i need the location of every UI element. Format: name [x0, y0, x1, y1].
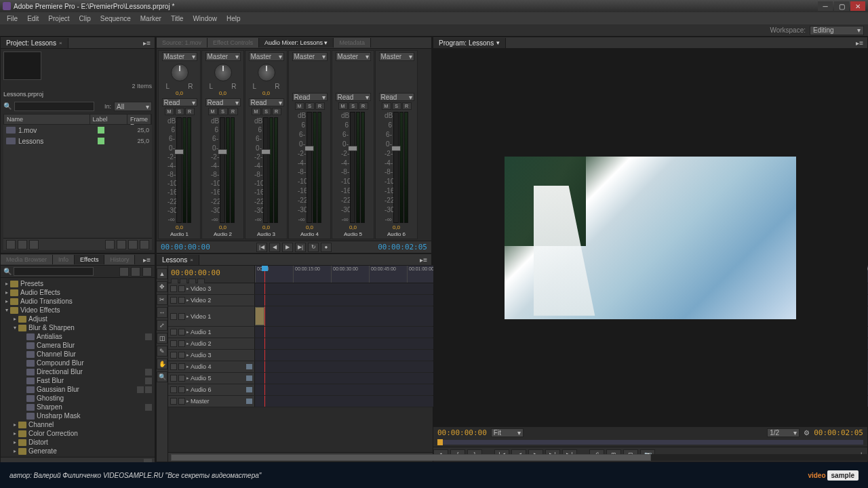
in-dropdown[interactable]: All▾	[114, 102, 152, 111]
chan-r-button[interactable]: R	[359, 102, 368, 110]
project-row[interactable]: 1.mov25,0	[3, 125, 152, 136]
output-dropdown[interactable]: Master▾	[249, 52, 284, 61]
tab-timeline[interactable]: Lessons×	[157, 255, 199, 265]
fx-item[interactable]: ▸Audio Transitions	[1, 297, 155, 306]
program-scrubber[interactable]	[433, 439, 867, 447]
menu-sequence[interactable]: Sequence	[96, 14, 135, 24]
fader[interactable]	[263, 117, 269, 223]
fx-filter-icon[interactable]	[119, 267, 129, 277]
settings-icon[interactable]: ⚙	[804, 429, 810, 436]
timeline-tool[interactable]: ◫	[157, 333, 167, 344]
output-dropdown[interactable]: Master▾	[162, 52, 197, 61]
chan-s-button[interactable]: S	[218, 108, 228, 115]
fx-filter-icon[interactable]	[131, 267, 140, 277]
fx-item[interactable]: ▸Channel	[1, 420, 155, 429]
automation-dropdown[interactable]: Read▾	[205, 98, 241, 106]
fx-item[interactable]: ▸Color Correction	[1, 429, 155, 438]
tab-effects[interactable]: Effects	[75, 255, 104, 264]
menu-edit[interactable]: Edit	[23, 14, 43, 24]
timeline-tool[interactable]: ↔	[157, 307, 167, 318]
timeline-tool[interactable]: 🔍	[157, 371, 167, 382]
track-header[interactable]: ▸Audio 3	[168, 350, 255, 361]
chan-r-button[interactable]: R	[185, 108, 195, 115]
tab-project[interactable]: Project: Lessons×	[1, 38, 68, 48]
automation-dropdown[interactable]: Read▾	[336, 93, 371, 101]
automation-dropdown[interactable]: Read▾	[292, 93, 328, 101]
fx-item[interactable]: Fast Blur	[1, 376, 155, 385]
record-button[interactable]: ●	[321, 243, 332, 252]
tab-info[interactable]: Info	[53, 255, 75, 264]
fx-item[interactable]: Ghosting	[1, 394, 155, 403]
timeline-scrollbar[interactable]	[171, 454, 868, 461]
chan-s-button[interactable]: S	[175, 108, 184, 115]
project-row[interactable]: Lessons25,0	[3, 136, 152, 146]
tab-source[interactable]: Audio Mixer: Lessons ▾	[259, 38, 334, 47]
tab-program[interactable]: Program: Lessons ▾	[433, 38, 506, 48]
automation-dropdown[interactable]: Read▾	[162, 98, 197, 106]
timeline-tool[interactable]: ✎	[157, 346, 167, 357]
close-button[interactable]: ✕	[850, 1, 865, 11]
panel-menu-icon[interactable]: ▸≡	[139, 39, 155, 47]
menu-project[interactable]: Project	[44, 14, 73, 24]
program-time-left[interactable]: 00:00:00:00	[437, 428, 487, 437]
step-fwd-button[interactable]: ▶|	[295, 243, 306, 252]
find-icon[interactable]	[105, 240, 115, 249]
chan-m-button[interactable]: M	[295, 102, 304, 110]
menu-clip[interactable]: Clip	[75, 14, 94, 24]
track-header[interactable]: ▸Video 3	[168, 283, 255, 294]
track-header[interactable]: ▸Audio 2	[168, 338, 255, 349]
fx-item[interactable]: Compound Blur	[1, 359, 155, 367]
timeline-tool[interactable]: ✥	[157, 281, 167, 292]
track-header[interactable]: ▸Audio 5	[168, 373, 255, 384]
fx-item[interactable]: Camera Blur	[1, 341, 155, 350]
menu-help[interactable]: Help	[222, 14, 245, 24]
fx-item[interactable]: Channel Blur	[1, 350, 155, 359]
output-dropdown[interactable]: Master▾	[336, 52, 371, 61]
tab-media-browser[interactable]: Media Browser	[1, 255, 53, 264]
fx-item[interactable]: Antialias	[1, 332, 155, 341]
chan-r-button[interactable]: R	[315, 102, 325, 110]
clip[interactable]	[255, 307, 264, 325]
chan-r-button[interactable]: R	[402, 102, 412, 110]
tab-history[interactable]: History	[104, 255, 135, 264]
tab-source[interactable]: Source: 1.mov	[157, 38, 208, 47]
menu-title[interactable]: Title	[167, 14, 188, 24]
new-bin-icon[interactable]	[117, 240, 126, 249]
fader[interactable]	[176, 117, 182, 223]
chan-m-button[interactable]: M	[252, 108, 261, 115]
output-dropdown[interactable]: Master▾	[379, 52, 414, 61]
chan-r-button[interactable]: R	[229, 108, 238, 115]
fx-item[interactable]: ▾Blur & Sharpen	[1, 323, 155, 332]
fx-item[interactable]: ▸Generate	[1, 447, 155, 455]
panel-menu-icon[interactable]: ▸≡	[416, 256, 431, 264]
effects-search-input[interactable]	[14, 267, 94, 276]
maximize-button[interactable]: ▢	[834, 1, 849, 11]
chan-s-button[interactable]: S	[262, 108, 271, 115]
video-preview[interactable]	[505, 157, 796, 319]
chan-s-button[interactable]: S	[349, 102, 358, 110]
menu-file[interactable]: File	[3, 14, 22, 24]
list-view-icon[interactable]	[6, 240, 16, 249]
fx-item[interactable]: ▾Video Effects	[1, 306, 155, 314]
fx-item[interactable]: Gaussian Blur	[1, 385, 155, 394]
effects-tree[interactable]: ▸Presets▸Audio Effects▸Audio Transitions…	[1, 278, 155, 457]
play-button[interactable]: ▶	[282, 243, 293, 252]
pan-knob[interactable]	[171, 64, 189, 81]
timeline-tool[interactable]: ✋	[157, 359, 167, 369]
fader[interactable]	[393, 112, 399, 223]
track-header[interactable]: ▸Master	[168, 396, 255, 407]
track-header[interactable]: ▸Audio 4	[168, 361, 255, 372]
playhead[interactable]	[264, 266, 265, 283]
panel-menu-icon[interactable]: ▸≡	[852, 39, 867, 47]
fit-dropdown[interactable]: Fit▾	[491, 428, 524, 437]
timeline-tool[interactable]: ✂	[157, 294, 167, 305]
chan-s-button[interactable]: S	[305, 102, 315, 110]
output-dropdown[interactable]: Master▾	[292, 52, 328, 61]
loop-button[interactable]: ↻	[308, 243, 319, 252]
goto-in-button[interactable]: |◀	[256, 243, 267, 252]
auto-size-icon[interactable]	[29, 240, 39, 249]
automation-dropdown[interactable]: Read▾	[249, 98, 284, 106]
fx-item[interactable]: ▸Audio Effects	[1, 288, 155, 297]
step-back-button[interactable]: ◀	[269, 243, 280, 252]
fx-item[interactable]: Sharpen	[1, 403, 155, 411]
